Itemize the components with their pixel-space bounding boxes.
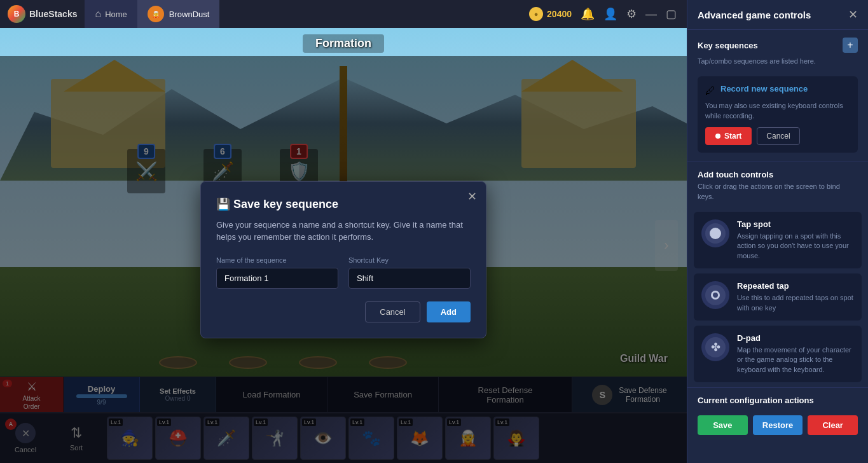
modal-cancel-button[interactable]: Cancel: [365, 301, 420, 322]
modal-overlay: ✕ 💾 Save key sequence Give your sequence…: [0, 56, 687, 463]
modal-description: Give your sequence a name and a shortcut…: [216, 219, 471, 244]
dpad-info: D-pad Map the movement of your character…: [737, 333, 854, 375]
record-seq-title: Record new sequence: [720, 84, 808, 93]
record-sequence-card: 🖊 Record new sequence You may also use e…: [698, 76, 858, 153]
dpad-icon: ✤: [701, 333, 729, 361]
shortcut-label: Shortcut Key: [348, 256, 471, 264]
home-tab-label: Home: [105, 10, 127, 19]
touch-title: Add touch controls: [698, 170, 858, 179]
record-seq-header: 🖊 Record new sequence: [705, 84, 850, 97]
restore-config-button[interactable]: Restore: [753, 415, 803, 435]
game-tab-label: BrownDust: [169, 10, 210, 19]
repeated-tap-card[interactable]: Repeated tap Use this to add repeated ta…: [694, 273, 862, 321]
name-field: Name of the sequence: [216, 256, 338, 289]
top-bar: B BlueStacks ⌂ Home 🧝 BrownDust ● 20400 …: [0, 0, 687, 28]
dpad-name: D-pad: [737, 333, 854, 343]
shortcut-input[interactable]: [348, 268, 471, 289]
tab-home[interactable]: ⌂ Home: [85, 0, 137, 28]
tap-spot-icon: [701, 219, 729, 247]
touch-controls-section: Add touch controls Click or drag the act…: [687, 162, 868, 212]
bluestacks-icon: B: [8, 5, 25, 23]
coin-icon: ●: [529, 7, 543, 21]
modal-close-button[interactable]: ✕: [467, 190, 477, 204]
tap-spot-desc: Assign tapping on a spot with this actio…: [737, 232, 854, 261]
repeat-dot-icon: [711, 291, 720, 300]
start-label: Start: [724, 132, 741, 141]
profile-icon[interactable]: 👤: [603, 7, 617, 21]
modal-title: 💾 Save key sequence: [216, 197, 471, 211]
record-cancel-button[interactable]: Cancel: [757, 127, 799, 145]
key-sequences-title: Key sequences: [698, 41, 758, 50]
settings-icon[interactable]: ⚙: [626, 7, 637, 21]
tap-dot-icon: [710, 228, 721, 239]
repeated-tap-desc: Use this to add repeated taps on spot wi…: [737, 293, 854, 313]
minimize-icon[interactable]: —: [645, 8, 657, 21]
record-buttons: Start Cancel: [705, 127, 850, 145]
key-sequences-desc: Tap/combo sequences are listed here.: [687, 57, 868, 73]
modal-fields: Name of the sequence Shortcut Key: [216, 256, 471, 289]
right-panel: Advanced game controls ✕ Key sequences +…: [687, 0, 868, 463]
dpad-card[interactable]: ✤ D-pad Map the movement of your charact…: [694, 326, 862, 382]
game-area: ⚔️ 9 🗡️ 6 🛡️ 1 Formation › Guild War 1 ⚔…: [0, 28, 687, 463]
tap-spot-info: Tap spot Assign tapping on a spot with t…: [737, 219, 854, 261]
bluestacks-logo: B BlueStacks: [0, 5, 85, 23]
app-name: BlueStacks: [29, 9, 77, 19]
formation-title: Formation: [303, 34, 384, 53]
tab-game[interactable]: 🧝 BrownDust: [137, 0, 220, 28]
key-sequences-section-header: Key sequences +: [687, 30, 868, 57]
top-bar-right: ● 20400 🔔 👤 ⚙ — ▢: [529, 7, 687, 21]
repeated-tap-info: Repeated tap Use this to add repeated ta…: [737, 281, 854, 313]
touch-desc: Click or drag the actions on the screen …: [698, 182, 858, 202]
panel-close-button[interactable]: ✕: [848, 8, 858, 22]
config-buttons: Save Restore Clear: [687, 415, 868, 445]
modal-actions: Cancel Add: [216, 301, 471, 322]
start-dot-icon: [715, 134, 720, 139]
tap-spot-card[interactable]: Tap spot Assign tapping on a spot with t…: [694, 212, 862, 268]
save-key-sequence-modal: ✕ 💾 Save key sequence Give your sequence…: [200, 181, 486, 338]
coin-display: ● 20400: [529, 7, 572, 21]
home-icon: ⌂: [95, 8, 101, 20]
name-label: Name of the sequence: [216, 256, 338, 264]
repeated-tap-icon: [701, 281, 729, 309]
config-title: Current configuration actions: [698, 396, 858, 405]
name-input[interactable]: [216, 268, 338, 289]
window-icon[interactable]: ▢: [666, 7, 677, 21]
game-avatar: 🧝: [148, 6, 164, 22]
dpad-desc: Map the movement of your character or th…: [737, 345, 854, 375]
clear-config-button[interactable]: Clear: [808, 415, 858, 435]
panel-title: Advanced game controls: [698, 10, 811, 20]
add-sequence-button[interactable]: +: [843, 38, 858, 53]
record-icon: 🖊: [705, 85, 715, 97]
repeated-tap-name: Repeated tap: [737, 281, 854, 291]
coin-amount: 20400: [547, 9, 572, 19]
dpad-symbol: ✤: [711, 340, 720, 354]
modal-add-button[interactable]: Add: [427, 301, 471, 322]
panel-header: Advanced game controls ✕: [687, 0, 868, 30]
tap-spot-name: Tap spot: [737, 219, 854, 229]
start-button[interactable]: Start: [705, 127, 752, 145]
record-seq-desc: You may also use existing keyboard contr…: [705, 101, 850, 121]
config-section: Current configuration actions: [687, 387, 868, 415]
notification-icon[interactable]: 🔔: [581, 7, 595, 21]
save-config-button[interactable]: Save: [698, 415, 748, 435]
shortcut-field: Shortcut Key: [348, 256, 471, 289]
